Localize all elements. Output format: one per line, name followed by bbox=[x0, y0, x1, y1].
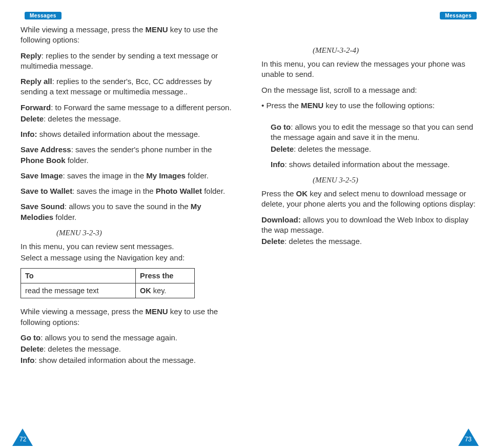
table-row: read the message text OK key. bbox=[21, 283, 195, 298]
opt-delete-2: Delete: deletes the message. bbox=[21, 344, 236, 354]
menu-ref-325: (MENU 3-2-5) bbox=[313, 176, 477, 185]
text: key to use the following options: bbox=[323, 101, 435, 110]
label: Delete bbox=[21, 114, 44, 123]
text: : replies to the sender by sending a tex… bbox=[21, 51, 218, 70]
td-key: OK key. bbox=[136, 283, 195, 298]
bold-folder: Photo Wallet bbox=[156, 187, 202, 195]
label: Save Address bbox=[21, 145, 71, 154]
label: Info bbox=[21, 356, 35, 364]
page-number-right: 73 bbox=[465, 436, 472, 443]
page-number-left: 72 bbox=[19, 436, 26, 443]
opt-info: Info: shows detailed information about t… bbox=[21, 129, 236, 139]
opt-info-2: Info: show detailed information about th… bbox=[21, 355, 236, 365]
label: Reply bbox=[21, 51, 42, 60]
label: Info bbox=[271, 160, 285, 169]
opt-forward: Forward: to Forward the same message to … bbox=[21, 103, 236, 113]
text: While viewing a message, press the bbox=[21, 25, 145, 34]
header-badge-right: Messages bbox=[440, 12, 477, 19]
text: While viewing a message, press the bbox=[21, 307, 145, 316]
opt-info-r: Info: shows detailed information about t… bbox=[271, 159, 477, 170]
text: : deletes the message. bbox=[294, 145, 371, 153]
opt-download: Download: allows you to download the Web… bbox=[261, 215, 477, 236]
left-page: Messages While viewing a message, press … bbox=[15, 10, 241, 371]
bullet-menu: • Press the MENU key to use the followin… bbox=[261, 100, 477, 111]
menu-ref-324: (MENU-3-2-4) bbox=[313, 46, 477, 55]
text: : saves the image in the bbox=[72, 187, 156, 195]
text: Press the bbox=[261, 189, 296, 198]
bold-folder: Phone Book bbox=[21, 156, 66, 165]
opt-goto: Go to: allows you to send the message ag… bbox=[21, 333, 236, 343]
text: : allows you to edit the message so that… bbox=[271, 123, 473, 141]
text: : deletes the message. bbox=[44, 344, 121, 353]
label: Download: bbox=[261, 215, 301, 224]
opt-reply: Reply: replies to the sender by sending … bbox=[21, 51, 236, 72]
text: : to Forward the same message to a diffe… bbox=[51, 103, 231, 112]
label: Forward bbox=[21, 103, 51, 112]
text: shows detailed information about the mes… bbox=[37, 130, 200, 138]
th-to: To bbox=[21, 269, 136, 283]
menu-ref-323: (MENU 3-2-3) bbox=[56, 229, 236, 237]
label: Go to bbox=[271, 123, 291, 131]
opt-delete: Delete: deletes the message. bbox=[21, 114, 236, 124]
opt-delete-r: Delete: deletes the message. bbox=[271, 144, 477, 154]
label: Save Sound bbox=[21, 202, 65, 211]
sent-para-1: In this menu, you can review sent messag… bbox=[21, 241, 236, 252]
opt-goto-r: Go to: allows you to edit the message so… bbox=[271, 122, 477, 143]
text: : deletes the message. bbox=[44, 114, 121, 123]
para-ok-download: Press the OK key and select menu to down… bbox=[261, 189, 477, 210]
label: Delete bbox=[271, 145, 294, 153]
intro-para-2: While viewing a message, press the MENU … bbox=[21, 307, 236, 328]
right-page: Messages (MENU-3-2-4) In this menu, you … bbox=[256, 10, 482, 252]
text: folder. bbox=[202, 187, 225, 195]
sent-para-2: Select a message using the Navigation ke… bbox=[21, 253, 236, 263]
label: Save Image bbox=[21, 171, 63, 180]
label: Go to bbox=[21, 333, 40, 342]
text: : show detailed information about the me… bbox=[35, 356, 196, 364]
text: : deletes the message. bbox=[284, 237, 362, 246]
label: Delete bbox=[261, 237, 284, 246]
opt-reply-all: Reply all: replies to the sender's, Bcc,… bbox=[21, 76, 236, 97]
table-header-row: To Press the bbox=[21, 269, 195, 283]
text: : saves the image in the bbox=[63, 171, 147, 180]
text: folder. bbox=[53, 213, 76, 221]
opt-save-address: Save Address: saves the sender's phone n… bbox=[21, 145, 236, 166]
text: • Press the bbox=[261, 101, 301, 110]
intro-para: While viewing a message, press the MENU … bbox=[21, 25, 236, 46]
text: key. bbox=[151, 287, 167, 295]
text: : shows detailed information about the m… bbox=[285, 160, 450, 169]
action-table: To Press the read the message text OK ke… bbox=[21, 268, 195, 298]
bold-folder: My Images bbox=[146, 171, 186, 180]
text: : allows you to save the sound in the bbox=[65, 202, 191, 211]
label: Save to Wallet bbox=[21, 187, 72, 195]
text: : saves the sender's phone number in the bbox=[71, 145, 212, 154]
key-menu: MENU bbox=[145, 25, 168, 34]
para-failed: In this menu, you can review the message… bbox=[261, 59, 477, 80]
label: Info: bbox=[21, 130, 37, 138]
text: folder. bbox=[66, 156, 89, 165]
text: : allows you to send the message again. bbox=[40, 333, 177, 342]
key-ok: OK bbox=[140, 287, 151, 295]
key-ok: OK bbox=[296, 189, 308, 198]
opt-save-image: Save Image: saves the image in the My Im… bbox=[21, 171, 236, 181]
label: Delete bbox=[21, 344, 44, 353]
th-press: Press the bbox=[136, 269, 195, 283]
opt-delete-r2: Delete: deletes the message. bbox=[261, 236, 477, 247]
header-badge-left: Messages bbox=[25, 12, 62, 19]
text: folder. bbox=[186, 171, 209, 180]
opt-save-sound: Save Sound: allows you to save the sound… bbox=[21, 201, 236, 222]
para-scroll: On the message list, scroll to a message… bbox=[261, 85, 477, 95]
key-menu: MENU bbox=[301, 101, 323, 110]
opt-save-wallet: Save to Wallet: saves the image in the P… bbox=[21, 186, 236, 196]
label: Reply all bbox=[21, 77, 52, 86]
key-menu: MENU bbox=[145, 307, 168, 316]
td-action: read the message text bbox=[21, 283, 136, 298]
